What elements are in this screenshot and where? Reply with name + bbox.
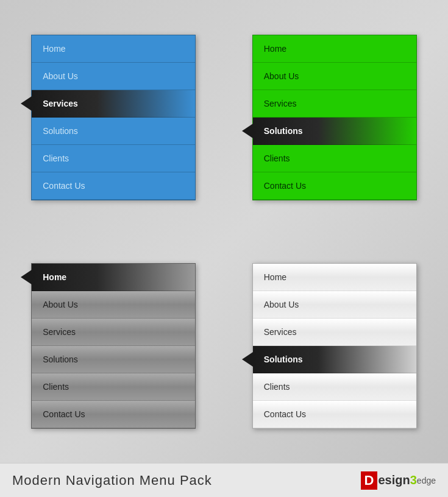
nav-item-home-darkgray[interactable]: Home [32,264,195,291]
nav-item-contact-darkgray[interactable]: Contact Us [32,401,195,428]
main-content: Home About Us Services Solutions Clients… [0,0,448,463]
nav-item-solutions-blue[interactable]: Solutions [32,118,195,145]
nav-item-aboutus-darkgray[interactable]: About Us [32,291,195,319]
logo-esign: esign [378,473,410,487]
nav-item-contact-blue[interactable]: Contact Us [32,172,195,200]
nav-menu-darkgray: Home About Us Services Solutions Clients… [31,263,196,429]
nav-item-clients-green[interactable]: Clients [253,145,416,172]
quadrant-lightgray: Home About Us Services Solutions Clients… [233,241,436,451]
nav-menu-blue: Home About Us Services Solutions Clients… [31,35,196,200]
nav-item-aboutus-lightgray[interactable]: About Us [253,291,416,319]
footer-logo: Design3edge [361,471,436,490]
nav-item-contact-green[interactable]: Contact Us [253,172,416,200]
nav-menu-green: Home About Us Services Solutions Clients… [252,35,417,200]
nav-item-services-lightgray[interactable]: Services [253,319,416,346]
nav-item-aboutus-blue[interactable]: About Us [32,63,195,90]
logo-edge: edge [417,476,436,485]
nav-item-aboutus-green[interactable]: About Us [253,63,416,90]
quadrant-green: Home About Us Services Solutions Clients… [233,12,436,222]
logo-3: 3 [410,473,417,487]
footer-title: Modern Navigation Menu Pack [12,473,212,488]
nav-item-solutions-darkgray[interactable]: Solutions [32,346,195,373]
nav-item-clients-darkgray[interactable]: Clients [32,373,195,401]
quadrant-darkgray: Home About Us Services Solutions Clients… [12,241,215,451]
nav-item-contact-lightgray[interactable]: Contact Us [253,401,416,428]
quadrant-blue: Home About Us Services Solutions Clients… [12,12,215,222]
nav-item-solutions-green[interactable]: Solutions [253,118,416,145]
nav-item-clients-blue[interactable]: Clients [32,145,195,172]
nav-menu-lightgray: Home About Us Services Solutions Clients… [252,263,417,429]
logo-d: D [361,471,378,490]
nav-item-services-green[interactable]: Services [253,90,416,118]
nav-item-solutions-lightgray[interactable]: Solutions [253,346,416,373]
nav-item-services-blue[interactable]: Services [32,90,195,118]
nav-item-home-blue[interactable]: Home [32,35,195,63]
nav-item-home-lightgray[interactable]: Home [253,264,416,291]
nav-item-home-green[interactable]: Home [253,35,416,63]
nav-item-clients-lightgray[interactable]: Clients [253,373,416,401]
nav-item-services-darkgray[interactable]: Services [32,319,195,346]
footer-bar: Modern Navigation Menu Pack Design3edge [0,463,448,497]
